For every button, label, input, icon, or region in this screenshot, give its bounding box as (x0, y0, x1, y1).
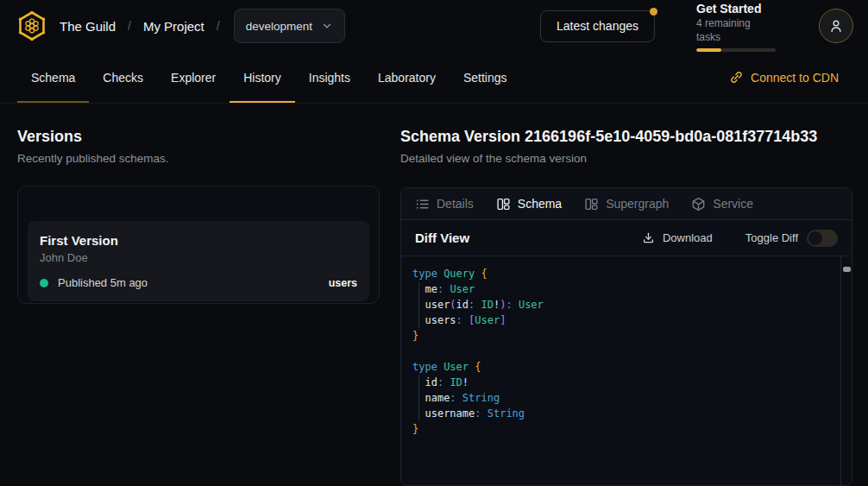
nav-tab-checks[interactable]: Checks (89, 52, 157, 103)
schema-version-title: Schema Version 2166196f-5e10-4059-bd0a-0… (400, 127, 852, 146)
code-line: } (412, 421, 834, 437)
download-label: Download (663, 231, 713, 244)
hive-logo-icon[interactable] (15, 9, 49, 43)
code-line: type Query { (412, 266, 834, 281)
tab-label: Service (713, 197, 753, 211)
code-line: } (412, 328, 834, 344)
download-icon (642, 231, 655, 244)
breadcrumb-separator-2: / (217, 19, 220, 33)
nav-tab-settings[interactable]: Settings (450, 52, 521, 103)
environment-select[interactable]: development (234, 9, 345, 43)
code-line: name: String (412, 390, 834, 406)
diff-view-title: Diff View (415, 230, 469, 245)
nav-tab-schema[interactable]: Schema (17, 52, 89, 103)
box-icon (691, 197, 706, 211)
code-scrollbar[interactable] (840, 256, 852, 485)
version-detail-panel: Schema Version 2166196f-5e10-4059-bd0a-0… (400, 104, 868, 486)
breadcrumb-project[interactable]: My Project (143, 19, 204, 34)
download-button[interactable]: Download (642, 231, 713, 244)
code-line: users: [User] (412, 312, 834, 328)
published-dot (40, 279, 48, 287)
versions-title: Versions (17, 127, 380, 146)
code-line: user(id: ID!): User (412, 297, 834, 312)
nav-tabs: SchemaChecksExplorerHistoryInsightsLabor… (17, 52, 521, 103)
code-line (412, 344, 834, 359)
connect-cdn-label: Connect to CDN (751, 71, 839, 85)
link-icon (729, 70, 744, 85)
avatar-button[interactable] (819, 9, 853, 43)
detail-panel: DetailsSchemaSupergraphService Diff View… (400, 187, 852, 486)
breadcrumb-separator: / (128, 19, 131, 33)
connect-cdn-link[interactable]: Connect to CDN (715, 52, 868, 103)
code-line: me: User (412, 281, 834, 297)
detail-tabs: DetailsSchemaSupergraphService (401, 188, 852, 220)
nav-tab-laboratory[interactable]: Laboratory (364, 52, 450, 103)
schema-version-subtitle: Detailed view of the schema version (400, 151, 852, 167)
code-line: type User { (412, 359, 834, 375)
diff-toolbar: Diff View Download Toggle Diff (401, 220, 852, 256)
get-started-progress (696, 48, 776, 52)
nav-tab-insights[interactable]: Insights (295, 52, 364, 103)
version-author: John Doe (40, 250, 357, 265)
version-list-item[interactable]: First Version John Doe Published 5m ago … (28, 221, 369, 301)
tab-schema[interactable]: Schema (496, 197, 562, 211)
tab-label: Schema (518, 197, 562, 211)
breadcrumb-org[interactable]: The Guild (60, 19, 116, 34)
version-name: First Version (40, 232, 357, 249)
environment-select-value: development (246, 20, 312, 33)
versions-card: First Version John Doe Published 5m ago … (17, 186, 380, 304)
breadcrumb: The Guild / My Project / (60, 19, 220, 34)
columns-icon (584, 197, 599, 211)
version-status: Published 5m ago (58, 276, 148, 289)
code-line: id: ID! (412, 375, 834, 390)
tab-service[interactable]: Service (691, 197, 753, 211)
versions-panel: Versions Recently published schemas. Fir… (0, 104, 400, 486)
code-scrollbar-thumb[interactable] (843, 267, 851, 272)
nav-tab-explorer[interactable]: Explorer (157, 52, 230, 103)
columns-icon (496, 197, 511, 211)
toggle-diff-label: Toggle Diff (745, 231, 798, 244)
tab-label: Supergraph (606, 197, 669, 211)
service-badge: users (329, 277, 357, 289)
versions-subtitle: Recently published schemas. (17, 151, 380, 167)
nav-tab-history[interactable]: History (230, 52, 295, 103)
schema-code: type Query { me: User user(id: ID!): Use… (401, 256, 852, 445)
target-nav: SchemaChecksExplorerHistoryInsightsLabor… (0, 52, 868, 104)
notification-dot (650, 8, 657, 16)
list-icon (415, 197, 430, 211)
latest-changes-label: Latest changes (557, 19, 638, 33)
get-started-title: Get Started (696, 1, 776, 16)
tab-supergraph[interactable]: Supergraph (584, 197, 669, 211)
get-started-subtitle: 4 remaining tasks (696, 16, 776, 44)
tab-label: Details (437, 197, 474, 211)
code-line: username: String (412, 406, 834, 421)
chevron-down-icon (321, 20, 333, 32)
app-header: The Guild / My Project / development Lat… (0, 0, 868, 52)
code-viewer[interactable]: type Query { me: User user(id: ID!): Use… (401, 256, 852, 485)
toggle-diff-switch[interactable] (807, 230, 838, 247)
tab-details[interactable]: Details (415, 197, 474, 211)
latest-changes-button[interactable]: Latest changes (540, 10, 655, 42)
get-started-widget[interactable]: Get Started 4 remaining tasks (696, 1, 776, 52)
switch-knob (808, 231, 822, 245)
user-icon (828, 18, 844, 34)
